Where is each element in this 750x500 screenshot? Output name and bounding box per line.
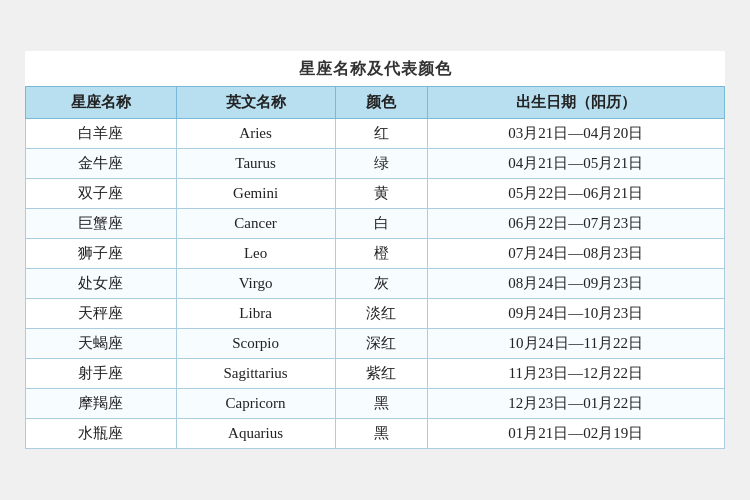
table-cell: 白 xyxy=(335,209,427,239)
table-cell: 白羊座 xyxy=(26,119,177,149)
table-cell: 07月24日—08月23日 xyxy=(427,239,725,269)
main-container: 星座名称及代表颜色 星座名称 英文名称 颜色 出生日期（阳历） 白羊座Aries… xyxy=(25,51,725,449)
table-cell: 双子座 xyxy=(26,179,177,209)
table-cell: Virgo xyxy=(176,269,335,299)
header-english: 英文名称 xyxy=(176,87,335,119)
table-cell: 黑 xyxy=(335,419,427,449)
table-cell: 黄 xyxy=(335,179,427,209)
table-cell: 黑 xyxy=(335,389,427,419)
table-cell: 处女座 xyxy=(26,269,177,299)
table-row: 天蝎座Scorpio深红10月24日—11月22日 xyxy=(26,329,725,359)
table-cell: 01月21日—02月19日 xyxy=(427,419,725,449)
table-cell: 红 xyxy=(335,119,427,149)
table-cell: Scorpio xyxy=(176,329,335,359)
table-cell: Leo xyxy=(176,239,335,269)
table-cell: Sagittarius xyxy=(176,359,335,389)
table-row: 双子座Gemini黄05月22日—06月21日 xyxy=(26,179,725,209)
table-row: 摩羯座Capricorn黑12月23日—01月22日 xyxy=(26,389,725,419)
table-cell: 射手座 xyxy=(26,359,177,389)
zodiac-table: 星座名称 英文名称 颜色 出生日期（阳历） 白羊座Aries红03月21日—04… xyxy=(25,86,725,449)
table-cell: Capricorn xyxy=(176,389,335,419)
table-cell: 05月22日—06月21日 xyxy=(427,179,725,209)
table-row: 白羊座Aries红03月21日—04月20日 xyxy=(26,119,725,149)
table-cell: Gemini xyxy=(176,179,335,209)
table-cell: 天蝎座 xyxy=(26,329,177,359)
table-cell: Cancer xyxy=(176,209,335,239)
table-row: 天秤座Libra淡红09月24日—10月23日 xyxy=(26,299,725,329)
table-cell: Aries xyxy=(176,119,335,149)
table-cell: 03月21日—04月20日 xyxy=(427,119,725,149)
table-cell: 紫红 xyxy=(335,359,427,389)
header-date: 出生日期（阳历） xyxy=(427,87,725,119)
table-cell: 10月24日—11月22日 xyxy=(427,329,725,359)
table-cell: 绿 xyxy=(335,149,427,179)
table-cell: 深红 xyxy=(335,329,427,359)
table-cell: 12月23日—01月22日 xyxy=(427,389,725,419)
table-row: 狮子座Leo橙07月24日—08月23日 xyxy=(26,239,725,269)
table-cell: 灰 xyxy=(335,269,427,299)
table-cell: 巨蟹座 xyxy=(26,209,177,239)
table-row: 金牛座Taurus绿04月21日—05月21日 xyxy=(26,149,725,179)
table-cell: Aquarius xyxy=(176,419,335,449)
table-cell: 水瓶座 xyxy=(26,419,177,449)
table-cell: 淡红 xyxy=(335,299,427,329)
header-color: 颜色 xyxy=(335,87,427,119)
table-cell: Taurus xyxy=(176,149,335,179)
header-chinese: 星座名称 xyxy=(26,87,177,119)
table-cell: 金牛座 xyxy=(26,149,177,179)
table-header-row: 星座名称 英文名称 颜色 出生日期（阳历） xyxy=(26,87,725,119)
table-cell: 09月24日—10月23日 xyxy=(427,299,725,329)
table-row: 处女座Virgo灰08月24日—09月23日 xyxy=(26,269,725,299)
table-row: 巨蟹座Cancer白06月22日—07月23日 xyxy=(26,209,725,239)
table-cell: 11月23日—12月22日 xyxy=(427,359,725,389)
table-cell: 06月22日—07月23日 xyxy=(427,209,725,239)
page-title: 星座名称及代表颜色 xyxy=(25,51,725,86)
table-cell: 天秤座 xyxy=(26,299,177,329)
table-cell: 狮子座 xyxy=(26,239,177,269)
table-cell: 04月21日—05月21日 xyxy=(427,149,725,179)
table-row: 射手座Sagittarius紫红11月23日—12月22日 xyxy=(26,359,725,389)
table-cell: 08月24日—09月23日 xyxy=(427,269,725,299)
table-cell: Libra xyxy=(176,299,335,329)
table-cell: 橙 xyxy=(335,239,427,269)
table-cell: 摩羯座 xyxy=(26,389,177,419)
table-row: 水瓶座Aquarius黑01月21日—02月19日 xyxy=(26,419,725,449)
